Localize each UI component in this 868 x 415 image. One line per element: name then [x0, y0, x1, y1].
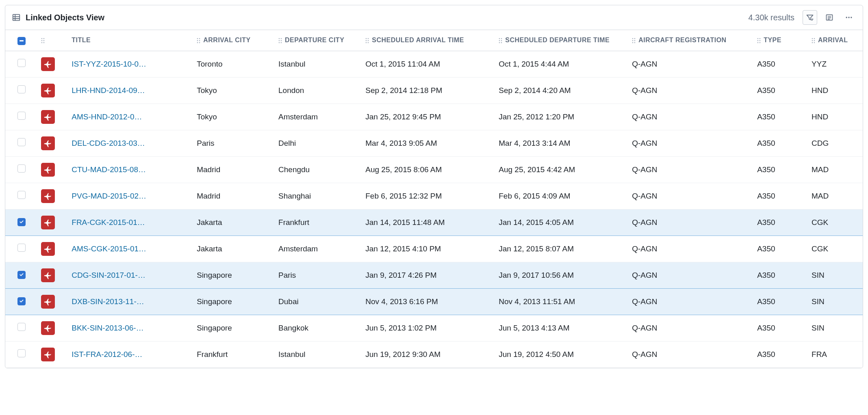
cell-sched-arrival: Jan 9, 2017 4:26 PM	[362, 262, 495, 288]
column-header-aircraft-reg[interactable]: AIRCRAFT REGISTRATION	[629, 30, 754, 51]
row-checkbox[interactable]	[17, 244, 26, 252]
row-checkbox[interactable]	[17, 85, 26, 93]
object-link[interactable]: AMS-CGK-2015-01…	[72, 244, 190, 253]
object-link[interactable]: AMS-HND-2012-0…	[72, 112, 190, 121]
column-header-sched-arrival[interactable]: SCHEDULED ARRIVAL TIME	[362, 30, 495, 51]
cell-title: CDG-SIN-2017-01-…	[68, 262, 193, 288]
row-checkbox-cell	[5, 183, 38, 209]
table-row[interactable]: IST-FRA-2012-06-…FrankfurtIstanbulJun 19…	[5, 341, 863, 367]
row-icon-cell	[38, 183, 68, 209]
column-header-sched-departure[interactable]: SCHEDULED DEPARTURE TIME	[495, 30, 629, 51]
table-row[interactable]: PVG-MAD-2015-02…MadridShanghaiFeb 6, 201…	[5, 183, 863, 209]
drag-handle-icon[interactable]	[41, 37, 45, 44]
row-icon-cell	[38, 77, 68, 104]
more-menu-button[interactable]	[842, 10, 856, 25]
cell-departure-city: Amsterdam	[275, 104, 362, 130]
object-link[interactable]: PVG-MAD-2015-02…	[72, 192, 190, 201]
object-link[interactable]: FRA-CGK-2015-01…	[72, 218, 190, 227]
row-checkbox[interactable]	[17, 218, 26, 226]
select-all-checkbox[interactable]	[17, 37, 26, 45]
row-checkbox[interactable]	[17, 59, 26, 67]
svg-point-57	[812, 40, 813, 41]
column-header-arrival-city[interactable]: ARRIVAL CITY	[193, 30, 275, 51]
object-link[interactable]: BKK-SIN-2013-06-…	[72, 324, 190, 333]
row-checkbox-cell	[5, 209, 38, 236]
column-header-type[interactable]: TYPE	[754, 30, 808, 51]
flight-icon	[41, 189, 55, 203]
cell-sched-arrival: Sep 2, 2014 12:18 PM	[362, 77, 495, 104]
drag-handle-icon[interactable]	[632, 37, 636, 44]
table-row[interactable]: FRA-CGK-2015-01…JakartaFrankfurtJan 14, …	[5, 209, 863, 236]
filter-button[interactable]	[803, 10, 817, 25]
flight-icon	[41, 348, 55, 361]
row-icon-cell	[38, 156, 68, 183]
cell-arrival-city: Madrid	[193, 156, 275, 183]
row-checkbox[interactable]	[17, 323, 26, 331]
cell-title: IST-FRA-2012-06-…	[68, 341, 193, 367]
cell-type: A350	[754, 130, 808, 156]
svg-point-41	[499, 42, 500, 43]
cell-sched-departure: Nov 4, 2013 11:51 AM	[495, 288, 629, 315]
row-checkbox[interactable]	[17, 191, 26, 199]
cell-aircraft-reg: Q-AGN	[629, 104, 754, 130]
cell-arrival-code: CGK	[808, 236, 863, 262]
table-row[interactable]: IST-YYZ-2015-10-0…TorontoIstanbulOct 1, …	[5, 51, 863, 77]
row-icon-cell	[38, 262, 68, 288]
table-row[interactable]: CTU-MAD-2015-08…MadridChengduAug 25, 201…	[5, 156, 863, 183]
object-link[interactable]: CDG-SIN-2017-01-…	[72, 271, 190, 280]
cell-type: A350	[754, 209, 808, 236]
cell-arrival-code: HND	[808, 104, 863, 130]
svg-point-26	[281, 38, 282, 39]
object-link[interactable]: IST-FRA-2012-06-…	[72, 350, 190, 359]
drag-handle-icon[interactable]	[812, 37, 816, 44]
cell-aircraft-reg: Q-AGN	[629, 341, 754, 367]
row-checkbox[interactable]	[17, 164, 26, 173]
drag-handle-icon[interactable]	[278, 37, 282, 44]
column-header-icon[interactable]	[38, 30, 68, 51]
table-row[interactable]: DXB-SIN-2013-11-…SingaporeDubaiNov 4, 20…	[5, 288, 863, 315]
object-link[interactable]: DEL-CDG-2013-03…	[72, 139, 190, 148]
table-row[interactable]: BKK-SIN-2013-06-…SingaporeBangkokJun 5, …	[5, 315, 863, 341]
cell-title: AMS-HND-2012-0…	[68, 104, 193, 130]
cell-departure-city: Bangkok	[275, 315, 362, 341]
column-header-title[interactable]: TITLE	[68, 30, 193, 51]
svg-point-39	[499, 40, 500, 41]
table-scroll[interactable]: TITLE ARRIVAL CITY DEPARTURE CITY SCHEDU…	[5, 30, 863, 368]
details-panel-button[interactable]	[822, 10, 837, 25]
object-link[interactable]: CTU-MAD-2015-08…	[72, 165, 190, 174]
select-all-header	[5, 30, 38, 51]
drag-handle-icon[interactable]	[197, 37, 201, 44]
table-row[interactable]: CDG-SIN-2017-01-…SingaporeParisJan 9, 20…	[5, 262, 863, 288]
object-link[interactable]: LHR-HND-2014-09…	[72, 86, 190, 95]
row-checkbox[interactable]	[17, 112, 26, 120]
drag-handle-icon[interactable]	[499, 37, 503, 44]
row-checkbox-cell	[5, 77, 38, 104]
row-checkbox[interactable]	[17, 271, 26, 279]
row-checkbox[interactable]	[17, 349, 26, 357]
drag-handle-icon[interactable]	[757, 37, 761, 44]
cell-aircraft-reg: Q-AGN	[629, 156, 754, 183]
row-checkbox[interactable]	[17, 297, 26, 305]
drag-handle-icon[interactable]	[365, 37, 369, 44]
table-row[interactable]: DEL-CDG-2013-03…ParisDelhiMar 4, 2013 9:…	[5, 130, 863, 156]
row-checkbox-cell	[5, 341, 38, 367]
row-checkbox[interactable]	[17, 138, 26, 146]
cell-arrival-code: SIN	[808, 262, 863, 288]
table-row[interactable]: AMS-CGK-2015-01…JakartaAmsterdamJan 12, …	[5, 236, 863, 262]
cell-arrival-city: Tokyo	[193, 104, 275, 130]
table-list-icon	[12, 13, 21, 22]
svg-point-50	[760, 38, 761, 39]
svg-point-11	[848, 17, 849, 18]
cell-departure-city: Shanghai	[275, 183, 362, 209]
row-checkbox-cell	[5, 262, 38, 288]
svg-point-48	[634, 42, 636, 43]
column-header-departure-city[interactable]: DEPARTURE CITY	[275, 30, 362, 51]
cell-arrival-city: Singapore	[193, 262, 275, 288]
object-link[interactable]: IST-YYZ-2015-10-0…	[72, 60, 190, 69]
flight-icon	[41, 163, 55, 177]
column-header-arrival-code[interactable]: ARRIVAL	[808, 30, 863, 51]
table-row[interactable]: LHR-HND-2014-09…TokyoLondonSep 2, 2014 1…	[5, 77, 863, 104]
cell-type: A350	[754, 236, 808, 262]
table-row[interactable]: AMS-HND-2012-0…TokyoAmsterdamJan 25, 201…	[5, 104, 863, 130]
object-link[interactable]: DXB-SIN-2013-11-…	[72, 297, 190, 306]
